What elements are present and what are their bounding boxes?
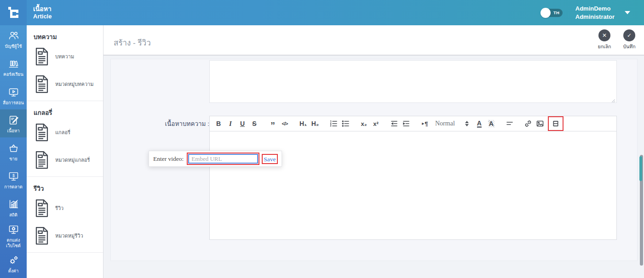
link-icon (524, 119, 532, 128)
cancel-button[interactable]: ✕ ยกเลิก (592, 29, 617, 51)
code-block-button[interactable]: </> (279, 118, 290, 129)
sidebar-item-label: คอร์สเรียน (2, 72, 24, 77)
form-card: เนื้อหาบทความ : B I U S ” </> H₁ H₂ x₂ x… (110, 59, 638, 261)
header-2-button[interactable]: H₂ (310, 118, 321, 129)
submenu-section-title: รีวิว (27, 177, 103, 194)
sidebar-item-label: บัญชีผู้ใช้ (4, 44, 23, 49)
close-icon[interactable]: ✕ (598, 29, 610, 41)
sidebar-item-media[interactable]: สื่อการสอน (0, 81, 27, 109)
bold-button[interactable]: B (213, 118, 224, 129)
document-icon (34, 150, 50, 170)
outdent-button[interactable] (389, 118, 400, 129)
submenu-item-gallery[interactable]: แกลอรี่ (27, 119, 103, 146)
italic-button[interactable]: I (225, 118, 236, 129)
sidebar-item-content[interactable]: เนื้อหา (0, 109, 27, 137)
app-title-en: Article (33, 13, 52, 20)
video-popup-label: Enter video: (153, 155, 184, 163)
format-dropdown-value: Normal (435, 120, 455, 127)
sidebar-item-courses[interactable]: คอร์สเรียน (0, 53, 27, 81)
user-role: Administrator (575, 13, 615, 21)
language-toggle[interactable]: TH (541, 9, 563, 17)
document-icon (34, 199, 50, 218)
editor-toolbar: B I U S ” </> H₁ H₂ x₂ x² (209, 116, 617, 131)
toggle-language-label: TH (553, 10, 559, 15)
app-title: เนื้อหา Article (33, 5, 52, 21)
excerpt-textarea[interactable] (209, 60, 617, 103)
superscript-button[interactable]: x² (370, 118, 381, 129)
library-books-icon (7, 57, 20, 70)
align-icon (506, 119, 514, 128)
align-button[interactable] (504, 118, 515, 129)
users-icon (7, 29, 20, 42)
submenu-item-review-category[interactable]: หมวดหมู่รีวิว (27, 222, 103, 250)
toggle-knob[interactable] (540, 8, 551, 18)
sidebar-item-sell[interactable]: ขาย (0, 137, 27, 165)
page-scrollbar-thumb[interactable] (639, 156, 642, 181)
sidebar-item-label: สื่อการสอน (2, 100, 25, 105)
bullet-list-button[interactable] (340, 118, 351, 129)
bar-chart-icon (7, 198, 20, 210)
user-menu[interactable]: AdminDemo Administrator (575, 5, 615, 21)
user-name: AdminDemo (575, 5, 615, 13)
save-button[interactable]: ✓ บันทึก (616, 29, 642, 51)
header-1-button[interactable]: H₁ (298, 118, 309, 129)
blockquote-button[interactable]: ” (267, 118, 278, 129)
edit-document-icon (7, 114, 20, 126)
secondary-sidebar: บทความ บทความ หมวดหมู่บทความ แกลอรี่ แกล… (27, 25, 104, 278)
page-header: สร้าง - รีวิว ✕ ยกเลิก ✓ บันทึก (104, 25, 644, 56)
ordered-list-icon (329, 119, 338, 128)
document-icon (34, 47, 50, 66)
format-dropdown[interactable]: Normal (435, 120, 469, 127)
submenu-item-label: รีวิว (55, 204, 63, 212)
bullet-list-icon (341, 119, 350, 128)
submenu-item-label: หมวดหมู่แกลอรี่ (55, 156, 90, 164)
image-button[interactable] (535, 118, 546, 129)
subscript-button[interactable]: x₂ (358, 118, 369, 129)
sidebar-item-label: ตั้งค่า (7, 268, 20, 273)
monitor-dollar-icon: $ (7, 170, 20, 182)
editor-content-area[interactable] (209, 131, 617, 240)
video-button[interactable] (550, 118, 561, 129)
sidebar-item-stats[interactable]: สถิติ (0, 194, 27, 222)
indent-icon (402, 119, 410, 128)
outdent-icon (390, 119, 398, 128)
link-button[interactable] (523, 118, 534, 129)
submenu-item-label: หมวดหมู่บทความ (55, 80, 94, 88)
main-sidebar: บัญชีผู้ใช้ คอร์สเรียน สื่อการสอน เนื้อห… (0, 25, 27, 278)
image-icon (536, 119, 544, 128)
app-logo[interactable] (0, 0, 27, 25)
sidebar-item-label: การตลาด (3, 184, 23, 189)
document-icon (34, 123, 50, 142)
submenu-item-review[interactable]: รีวิว (27, 194, 103, 222)
text-color-button[interactable]: A (474, 118, 485, 129)
ordered-list-button[interactable] (328, 118, 339, 129)
sidebar-item-marketing[interactable]: $ การตลาด (0, 166, 27, 194)
chevron-down-icon[interactable] (625, 11, 630, 14)
video-icon (552, 119, 560, 128)
submenu-item-gallery-category[interactable]: หมวดหมู่แกลอรี่ (27, 146, 103, 174)
sidebar-item-label: สถิติ (8, 212, 18, 217)
highlight-color-button[interactable]: A (486, 118, 497, 129)
indent-button[interactable] (401, 118, 412, 129)
sidebar-item-accounts[interactable]: บัญชีผู้ใช้ (0, 25, 27, 53)
video-save-link[interactable]: Save (264, 156, 276, 163)
submenu-item-label: หมวดหมู่รีวิว (55, 232, 83, 240)
document-icon (34, 226, 50, 245)
underline-button[interactable]: U (237, 118, 248, 129)
page-title: สร้าง - รีวิว (114, 36, 151, 49)
save-button-label: บันทึก (616, 43, 642, 51)
basket-icon (7, 142, 20, 154)
check-icon[interactable]: ✓ (623, 29, 635, 41)
sidebar-item-website-design[interactable]: ตกแต่งเว็บไซต์ (0, 222, 27, 250)
embed-url-input[interactable] (188, 154, 258, 164)
submenu-item-article-category[interactable]: หมวดหมู่บทความ (27, 70, 103, 98)
strikethrough-button[interactable]: S (249, 118, 260, 129)
svg-text:$: $ (12, 173, 14, 178)
media-player-icon (7, 86, 20, 98)
strike-glyph: S (252, 120, 256, 127)
text-direction-button[interactable]: ‣¶ (419, 118, 430, 129)
sidebar-item-settings[interactable]: ตั้งค่า (0, 250, 27, 278)
app-title-th: เนื้อหา (33, 5, 52, 13)
content-field-label: เนื้อหาบทความ : (148, 119, 209, 129)
submenu-item-article[interactable]: บทความ (27, 43, 103, 70)
